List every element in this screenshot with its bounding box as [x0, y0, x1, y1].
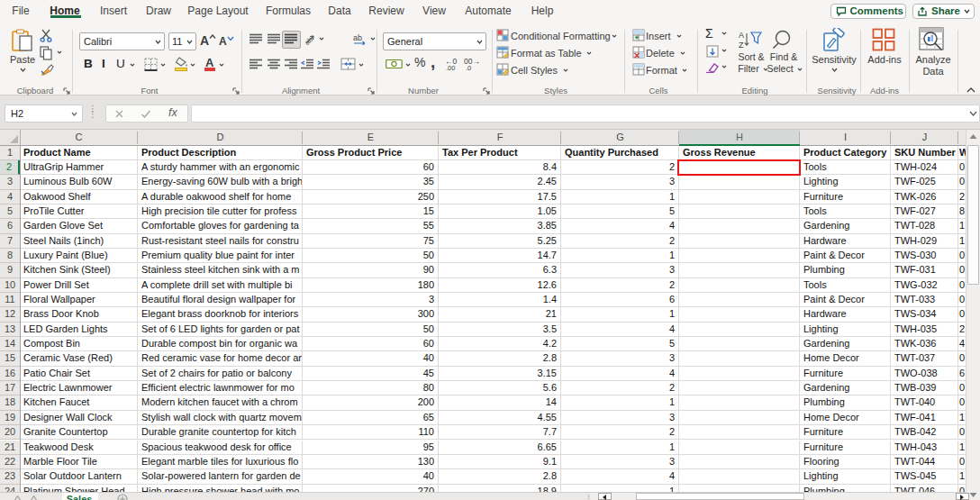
svg-text:A: A [739, 31, 744, 40]
svg-text:Z: Z [739, 41, 744, 50]
svg-text:ab: ab [353, 33, 362, 42]
svg-text:.00: .00 [446, 64, 455, 70]
svg-text:.0: .0 [466, 64, 471, 70]
